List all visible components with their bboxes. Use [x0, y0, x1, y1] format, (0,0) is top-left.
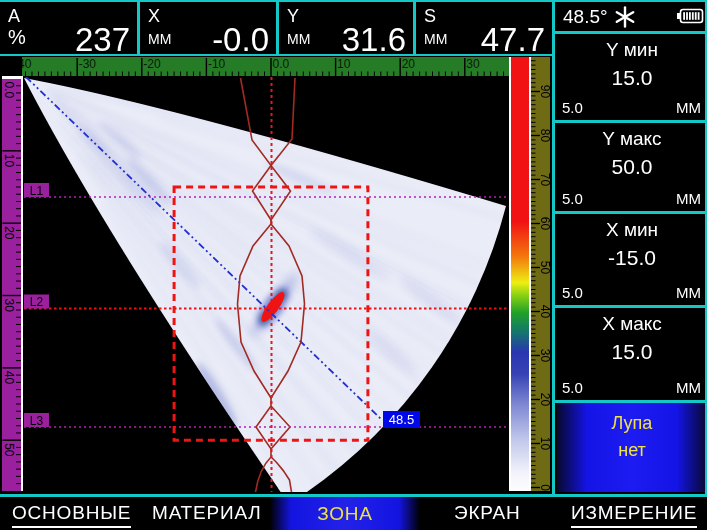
- svg-text:-20: -20: [143, 57, 161, 71]
- param-cell-1[interactable]: Y макс50.05.0ММ: [557, 123, 707, 211]
- svg-text:50: 50: [2, 443, 16, 457]
- panel-border-3: [554, 305, 707, 308]
- measure-value: 31.6: [342, 23, 406, 56]
- svg-text:-40: -40: [22, 57, 32, 71]
- gate-marker-label: L3: [30, 414, 44, 428]
- magnifier-value: нет: [557, 440, 707, 461]
- svg-text:0.0: 0.0: [2, 82, 16, 99]
- border-top: [0, 0, 707, 2]
- param-value: 15.0: [557, 340, 707, 364]
- svg-text:30: 30: [538, 349, 551, 363]
- menu-item-selected-bg[interactable]: ЗОНА: [270, 497, 420, 530]
- svg-text:20: 20: [538, 393, 551, 407]
- svg-text:60: 60: [538, 217, 551, 231]
- menu-item-2[interactable]: ЗОНА: [317, 503, 373, 525]
- gate-marker-label: L1: [30, 184, 44, 198]
- beam-angle-label: 48.5: [389, 412, 414, 427]
- param-value: 15.0: [557, 66, 707, 90]
- menu-item-label: ИЗМЕРЕНИЕ: [571, 502, 697, 528]
- status-cell: 48.5°: [557, 2, 707, 31]
- menu-item-label: МАТЕРИАЛ: [152, 502, 262, 526]
- svg-text:80: 80: [538, 129, 551, 143]
- menu-item-label: ОСНОВНЫЕ: [12, 502, 131, 528]
- param-step: 5.0: [562, 190, 583, 207]
- ruler-corner: [2, 76, 21, 79]
- battery-icon: [676, 8, 704, 24]
- param-unit: ММ: [676, 99, 701, 116]
- panel-border-1: [554, 120, 707, 123]
- param-step: 5.0: [562, 379, 583, 396]
- param-unit: ММ: [676, 379, 701, 396]
- menu-item-3[interactable]: ЭКРАН: [454, 497, 521, 530]
- param-title: Y макс: [557, 128, 707, 150]
- probe-angle-readout: 48.5°: [563, 6, 608, 28]
- param-title: X мин: [557, 219, 707, 241]
- svg-text:50: 50: [538, 261, 551, 275]
- measure-cell-y: YММ31.6: [279, 2, 413, 54]
- measure-letter: X: [148, 6, 160, 27]
- param-title: Y мин: [557, 39, 707, 61]
- param-value: 50.0: [557, 155, 707, 179]
- measure-unit: ММ: [424, 31, 447, 47]
- panel-border-2: [554, 211, 707, 214]
- panel-border-0: [554, 31, 707, 34]
- measure-letter: S: [424, 6, 436, 27]
- border-topbar-bottom: [0, 54, 554, 56]
- param-cell-2[interactable]: X мин-15.05.0ММ: [557, 214, 707, 305]
- svg-text:40: 40: [538, 305, 551, 319]
- param-unit: ММ: [676, 190, 701, 207]
- amplitude-palette: [511, 57, 529, 491]
- battery-level-bars: [683, 12, 699, 20]
- measure-value: -0.0: [212, 23, 269, 56]
- border-sep-2: [276, 2, 279, 54]
- measure-unit: ММ: [148, 31, 171, 47]
- svg-text:30: 30: [2, 299, 16, 313]
- param-value: -15.0: [557, 246, 707, 270]
- measure-letter: Y: [287, 6, 299, 27]
- param-cell-0[interactable]: Y мин15.05.0ММ: [557, 34, 707, 120]
- svg-text:10: 10: [2, 154, 16, 168]
- svg-text:0.0: 0.0: [273, 57, 290, 71]
- param-step: 5.0: [562, 99, 583, 116]
- magnifier-cell[interactable]: Лупа нет: [557, 403, 707, 492]
- menu-item-0[interactable]: ОСНОВНЫЕ: [12, 497, 131, 530]
- snowflake-icon: [613, 5, 637, 29]
- param-unit: ММ: [676, 284, 701, 301]
- gate-marker-label: L2: [30, 295, 44, 309]
- palette-border-left: [509, 57, 511, 491]
- x-axis-ruler: -40-30-20-100.0102030: [22, 57, 509, 76]
- svg-text:10: 10: [337, 57, 351, 71]
- panel-border-4: [554, 400, 707, 403]
- svg-text:40: 40: [2, 371, 16, 385]
- menu-item-label: ЭКРАН: [454, 502, 521, 526]
- sector-scan-plot[interactable]: L1L2L348.5: [23, 77, 509, 492]
- measure-cell-x: XММ-0.0: [140, 2, 276, 54]
- svg-text:70: 70: [538, 173, 551, 187]
- amplitude-ruler: 0102030405060708090: [531, 57, 550, 491]
- svg-text:20: 20: [2, 226, 16, 240]
- param-step: 5.0: [562, 284, 583, 301]
- svg-text:-10: -10: [208, 57, 226, 71]
- measure-value: 237: [75, 23, 130, 56]
- svg-text:30: 30: [466, 57, 480, 71]
- menu-item-4[interactable]: ИЗМЕРЕНИЕ: [571, 497, 697, 530]
- measure-value: 47.7: [481, 23, 545, 56]
- measure-letter: A: [8, 6, 20, 27]
- measure-cell-a: A%237: [0, 2, 137, 54]
- border-panel-left: [552, 0, 555, 497]
- magnifier-title: Лупа: [557, 413, 707, 434]
- svg-text:20: 20: [402, 57, 416, 71]
- y-axis-ruler: 0.01020304050: [2, 76, 22, 491]
- menu-bar: ЗОНА ОСНОВНЫЕМАТЕРИАЛЭКРАНИЗМЕРЕНИЕ: [0, 497, 707, 530]
- svg-text:90: 90: [538, 85, 551, 99]
- border-sep-1: [137, 2, 140, 54]
- menu-item-1[interactable]: МАТЕРИАЛ: [152, 497, 262, 530]
- border-sep-3: [413, 2, 416, 54]
- measure-unit: %: [8, 26, 26, 49]
- svg-text:-30: -30: [79, 57, 97, 71]
- svg-text:10: 10: [538, 437, 551, 451]
- param-cell-3[interactable]: X макс15.05.0ММ: [557, 308, 707, 400]
- flaw-detector-screen: A%237XММ-0.0YММ31.6SММ47.7 48.5° -40-30-…: [0, 0, 707, 530]
- param-title: X макс: [557, 313, 707, 335]
- measure-cell-s: SММ47.7: [416, 2, 552, 54]
